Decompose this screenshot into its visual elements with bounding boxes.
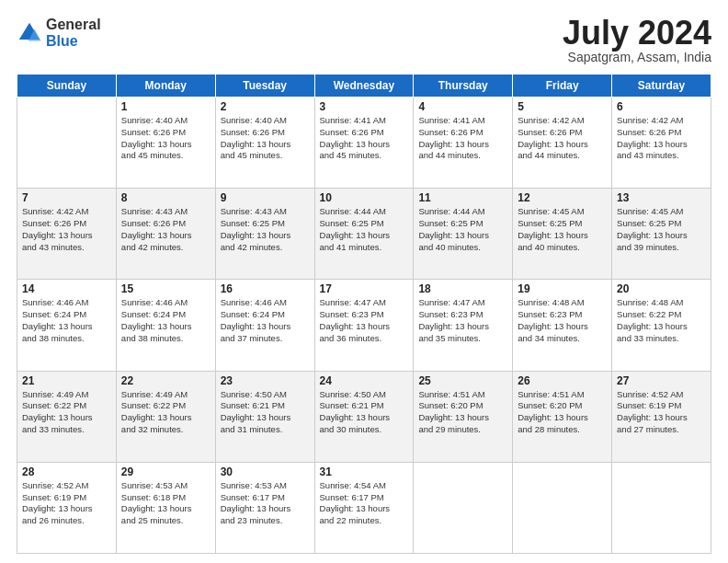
day-number: 3 (320, 100, 409, 113)
day-number: 15 (121, 282, 210, 295)
day-info: Sunrise: 4:53 AM Sunset: 6:18 PM Dayligh… (121, 480, 210, 527)
logo-blue: Blue (46, 33, 101, 50)
table-row: 9Sunrise: 4:43 AM Sunset: 6:25 PM Daylig… (215, 189, 314, 280)
table-row: 12Sunrise: 4:45 AM Sunset: 6:25 PM Dayli… (513, 189, 612, 280)
table-row: 19Sunrise: 4:48 AM Sunset: 6:23 PM Dayli… (513, 280, 612, 371)
col-saturday: Saturday (612, 75, 711, 98)
day-number: 9 (221, 191, 310, 204)
day-number: 12 (518, 191, 607, 204)
day-number: 8 (121, 191, 210, 204)
table-row: 31Sunrise: 4:54 AM Sunset: 6:17 PM Dayli… (314, 462, 414, 553)
table-row: 6Sunrise: 4:42 AM Sunset: 6:26 PM Daylig… (612, 98, 711, 189)
day-number: 7 (22, 191, 111, 204)
day-info: Sunrise: 4:44 AM Sunset: 6:25 PM Dayligh… (320, 206, 409, 253)
location: Sapatgram, Assam, India (563, 50, 711, 64)
table-row: 23Sunrise: 4:50 AM Sunset: 6:21 PM Dayli… (215, 371, 314, 462)
table-row: 7Sunrise: 4:42 AM Sunset: 6:26 PM Daylig… (17, 189, 117, 280)
day-number: 4 (418, 100, 507, 113)
page: General Blue July 2024 Sapatgram, Assam,… (0, 0, 728, 563)
table-row: 8Sunrise: 4:43 AM Sunset: 6:26 PM Daylig… (116, 189, 215, 280)
table-row (414, 462, 513, 553)
day-info: Sunrise: 4:50 AM Sunset: 6:21 PM Dayligh… (221, 389, 310, 436)
day-info: Sunrise: 4:51 AM Sunset: 6:20 PM Dayligh… (518, 389, 607, 436)
table-row: 21Sunrise: 4:49 AM Sunset: 6:22 PM Dayli… (17, 371, 117, 462)
table-row: 13Sunrise: 4:45 AM Sunset: 6:25 PM Dayli… (612, 189, 711, 280)
table-row: 30Sunrise: 4:53 AM Sunset: 6:17 PM Dayli… (215, 462, 314, 553)
col-thursday: Thursday (414, 75, 513, 98)
table-row: 26Sunrise: 4:51 AM Sunset: 6:20 PM Dayli… (513, 371, 612, 462)
day-number: 14 (22, 282, 111, 295)
day-info: Sunrise: 4:53 AM Sunset: 6:17 PM Dayligh… (221, 480, 310, 527)
day-info: Sunrise: 4:52 AM Sunset: 6:19 PM Dayligh… (617, 389, 706, 436)
day-number: 6 (617, 100, 706, 113)
table-row: 18Sunrise: 4:47 AM Sunset: 6:23 PM Dayli… (414, 280, 513, 371)
day-number: 2 (221, 100, 310, 113)
day-info: Sunrise: 4:43 AM Sunset: 6:26 PM Dayligh… (121, 206, 210, 253)
table-row: 29Sunrise: 4:53 AM Sunset: 6:18 PM Dayli… (116, 462, 215, 553)
day-info: Sunrise: 4:41 AM Sunset: 6:26 PM Dayligh… (418, 115, 507, 162)
day-number: 31 (320, 465, 409, 478)
day-number: 21 (22, 374, 111, 387)
day-info: Sunrise: 4:43 AM Sunset: 6:25 PM Dayligh… (221, 206, 310, 253)
calendar: Sunday Monday Tuesday Wednesday Thursday… (17, 74, 711, 554)
day-number: 5 (518, 100, 607, 113)
table-row: 17Sunrise: 4:47 AM Sunset: 6:23 PM Dayli… (314, 280, 414, 371)
calendar-header-row: Sunday Monday Tuesday Wednesday Thursday… (17, 75, 711, 98)
table-row: 24Sunrise: 4:50 AM Sunset: 6:21 PM Dayli… (314, 371, 414, 462)
day-number: 18 (418, 282, 507, 295)
day-info: Sunrise: 4:51 AM Sunset: 6:20 PM Dayligh… (418, 389, 507, 436)
day-number: 25 (418, 374, 507, 387)
day-info: Sunrise: 4:46 AM Sunset: 6:24 PM Dayligh… (121, 297, 210, 344)
table-row: 2Sunrise: 4:40 AM Sunset: 6:26 PM Daylig… (215, 98, 314, 189)
calendar-week-row: 21Sunrise: 4:49 AM Sunset: 6:22 PM Dayli… (17, 371, 711, 462)
day-info: Sunrise: 4:45 AM Sunset: 6:25 PM Dayligh… (518, 206, 607, 253)
table-row: 10Sunrise: 4:44 AM Sunset: 6:25 PM Dayli… (314, 189, 414, 280)
day-number: 1 (121, 100, 210, 113)
day-number: 13 (617, 191, 706, 204)
day-info: Sunrise: 4:42 AM Sunset: 6:26 PM Dayligh… (617, 115, 706, 162)
table-row (17, 98, 117, 189)
day-info: Sunrise: 4:54 AM Sunset: 6:17 PM Dayligh… (320, 480, 409, 527)
day-number: 19 (518, 282, 607, 295)
table-row: 20Sunrise: 4:48 AM Sunset: 6:22 PM Dayli… (612, 280, 711, 371)
day-info: Sunrise: 4:46 AM Sunset: 6:24 PM Dayligh… (22, 297, 111, 344)
day-number: 29 (121, 465, 210, 478)
day-info: Sunrise: 4:49 AM Sunset: 6:22 PM Dayligh… (121, 389, 210, 436)
table-row: 28Sunrise: 4:52 AM Sunset: 6:19 PM Dayli… (17, 462, 117, 553)
col-friday: Friday (513, 75, 612, 98)
table-row: 25Sunrise: 4:51 AM Sunset: 6:20 PM Dayli… (414, 371, 513, 462)
table-row: 11Sunrise: 4:44 AM Sunset: 6:25 PM Dayli… (414, 189, 513, 280)
table-row: 4Sunrise: 4:41 AM Sunset: 6:26 PM Daylig… (414, 98, 513, 189)
col-wednesday: Wednesday (314, 75, 414, 98)
calendar-week-row: 14Sunrise: 4:46 AM Sunset: 6:24 PM Dayli… (17, 280, 711, 371)
table-row: 1Sunrise: 4:40 AM Sunset: 6:26 PM Daylig… (116, 98, 215, 189)
col-tuesday: Tuesday (215, 75, 314, 98)
calendar-week-row: 1Sunrise: 4:40 AM Sunset: 6:26 PM Daylig… (17, 98, 711, 189)
header: General Blue July 2024 Sapatgram, Assam,… (17, 17, 711, 64)
table-row (513, 462, 612, 553)
day-number: 27 (617, 374, 706, 387)
title-block: July 2024 Sapatgram, Assam, India (563, 17, 711, 64)
table-row: 3Sunrise: 4:41 AM Sunset: 6:26 PM Daylig… (314, 98, 414, 189)
day-number: 17 (320, 282, 409, 295)
day-number: 30 (221, 465, 310, 478)
logo: General Blue (17, 17, 101, 49)
day-info: Sunrise: 4:42 AM Sunset: 6:26 PM Dayligh… (518, 115, 607, 162)
day-number: 26 (518, 374, 607, 387)
calendar-week-row: 28Sunrise: 4:52 AM Sunset: 6:19 PM Dayli… (17, 462, 711, 553)
day-info: Sunrise: 4:50 AM Sunset: 6:21 PM Dayligh… (320, 389, 409, 436)
table-row (612, 462, 711, 553)
day-number: 23 (221, 374, 310, 387)
table-row: 5Sunrise: 4:42 AM Sunset: 6:26 PM Daylig… (513, 98, 612, 189)
day-info: Sunrise: 4:44 AM Sunset: 6:25 PM Dayligh… (418, 206, 507, 253)
day-number: 20 (617, 282, 706, 295)
day-number: 22 (121, 374, 210, 387)
day-number: 11 (418, 191, 507, 204)
day-info: Sunrise: 4:52 AM Sunset: 6:19 PM Dayligh… (22, 480, 111, 527)
col-monday: Monday (116, 75, 215, 98)
day-info: Sunrise: 4:47 AM Sunset: 6:23 PM Dayligh… (418, 297, 507, 344)
day-number: 10 (320, 191, 409, 204)
table-row: 16Sunrise: 4:46 AM Sunset: 6:24 PM Dayli… (215, 280, 314, 371)
day-info: Sunrise: 4:48 AM Sunset: 6:23 PM Dayligh… (518, 297, 607, 344)
day-info: Sunrise: 4:40 AM Sunset: 6:26 PM Dayligh… (221, 115, 310, 162)
